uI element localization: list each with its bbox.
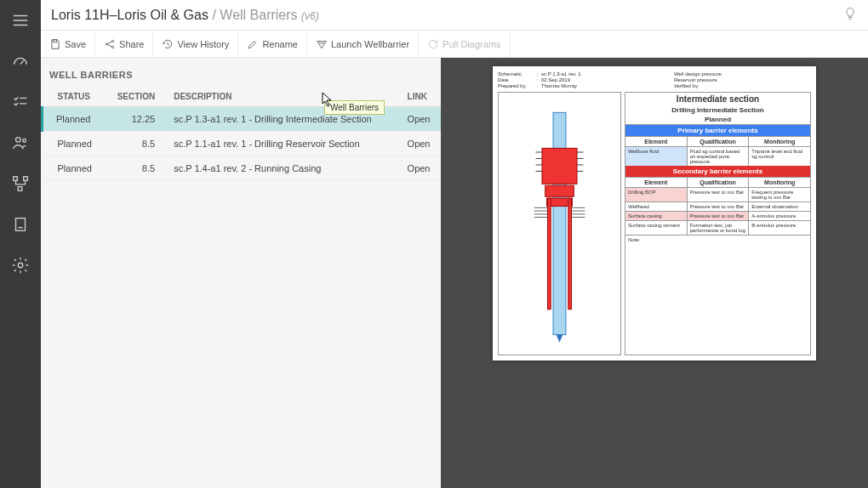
svg-rect-2 [14, 177, 18, 181]
gauge-icon[interactable] [0, 41, 41, 82]
svg-point-8 [106, 43, 107, 44]
svg-rect-7 [54, 39, 57, 42]
panel-title: WELL BARRIERS [41, 70, 441, 87]
svg-rect-12 [542, 148, 577, 184]
gear-icon[interactable] [0, 245, 41, 286]
checklist-icon[interactable] [0, 82, 41, 122]
svg-rect-4 [18, 187, 22, 191]
document-preview: Schematic:sc.P 1.3-a1 rev. 1 Date:02.Sep… [493, 66, 816, 360]
barrier-detail: Intermediate section Drilling Intermedia… [625, 92, 811, 355]
svg-rect-11 [553, 112, 566, 334]
breadcrumb-page: Well Barriers [220, 8, 297, 22]
content: WELL BARRIERS STATUS SECTION DESCRIPTION… [41, 58, 868, 488]
menu-icon[interactable] [0, 0, 41, 41]
svg-rect-3 [24, 177, 28, 181]
main: Loris 11H–Loris Oil & Gas / Well Barrier… [41, 0, 868, 488]
preview-panel: Schematic:sc.P 1.3-a1 rev. 1 Date:02.Sep… [441, 58, 868, 488]
flow-icon[interactable] [0, 163, 41, 204]
history-button[interactable]: View History [153, 31, 238, 57]
people-icon[interactable] [0, 122, 41, 163]
tooltip: Well Barriers [324, 100, 385, 115]
table-row[interactable]: Planned 8.5 sc.P 1.4-a1 rev. 2 - Running… [43, 156, 442, 181]
pull-diagrams-button[interactable]: Pull Diagrams [419, 31, 510, 57]
col-section: SECTION [105, 87, 167, 107]
svg-marker-33 [557, 335, 562, 343]
well-schematic [498, 92, 621, 355]
breadcrumb-project: Loris 11H–Loris Oil & Gas [51, 8, 208, 22]
open-link[interactable]: Open [401, 132, 441, 156]
svg-rect-31 [548, 198, 551, 309]
header: Loris 11H–Loris Oil & Gas / Well Barrier… [41, 0, 868, 31]
sidebar [0, 0, 41, 488]
svg-point-9 [111, 40, 113, 42]
open-link[interactable]: Open [401, 107, 441, 132]
breadcrumb: Loris 11H–Loris Oil & Gas / Well Barrier… [51, 8, 319, 23]
bulb-icon[interactable] [842, 6, 858, 24]
col-status: STATUS [43, 87, 105, 107]
svg-point-0 [16, 138, 21, 143]
open-link[interactable]: Open [401, 156, 441, 181]
launch-wellbarrier-button[interactable]: Launch Wellbarrier [307, 31, 419, 57]
svg-rect-21 [545, 185, 574, 196]
svg-point-1 [23, 139, 26, 142]
col-link: LINK [401, 87, 441, 107]
svg-point-6 [18, 263, 23, 268]
svg-point-10 [111, 46, 113, 48]
left-panel: WELL BARRIERS STATUS SECTION DESCRIPTION… [41, 58, 441, 488]
svg-rect-5 [16, 218, 26, 231]
breadcrumb-version: (v6) [301, 10, 319, 22]
document-icon[interactable] [0, 204, 41, 245]
save-button[interactable]: Save [41, 31, 95, 57]
table-row[interactable]: Planned 8.5 sc.P 1.1-a1 rev. 1 - Drillin… [43, 132, 442, 156]
share-button[interactable]: Share [95, 31, 153, 57]
toolbar: Save Share View History Rename Launch We… [41, 31, 868, 58]
rename-button[interactable]: Rename [238, 31, 307, 57]
svg-rect-32 [568, 198, 572, 309]
